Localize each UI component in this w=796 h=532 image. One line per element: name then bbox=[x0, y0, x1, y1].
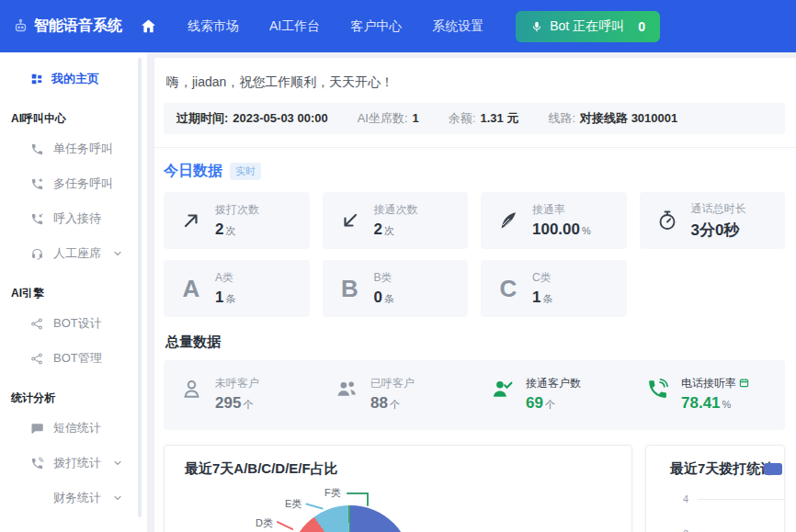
app-title: 智能语音系统 bbox=[34, 17, 122, 36]
sidebar-item-call-stats[interactable]: 拨打统计 bbox=[0, 446, 147, 481]
sidebar-item-label: 拨打统计 bbox=[53, 455, 101, 471]
stat-value: 295 bbox=[215, 394, 241, 412]
sidebar-item-single-task-call[interactable]: 单任务呼叫 bbox=[0, 131, 147, 166]
stat-answer-rate: 电话接听率 78.41% bbox=[630, 376, 785, 413]
stat-unit: 次 bbox=[225, 225, 235, 236]
account-info-bar: 过期时间:2023-05-03 00:00 AI坐席数:1 余额:1.31 元 … bbox=[164, 103, 785, 134]
y-tick-3: 3 bbox=[672, 528, 688, 532]
sidebar-item-label: BOT管理 bbox=[53, 350, 102, 367]
pie-callout-line bbox=[367, 492, 369, 506]
chevron-down-icon bbox=[112, 248, 123, 259]
sidebar-scrollbar[interactable] bbox=[138, 58, 142, 517]
grade-c-letter: C bbox=[497, 275, 519, 303]
stat-value: 100.00 bbox=[532, 221, 580, 238]
pie-callout-e: E类 bbox=[285, 497, 301, 511]
sidebar-item-label: 短信统计 bbox=[53, 420, 101, 436]
pie-callout-d: D类 bbox=[256, 516, 273, 530]
sidebar-item-inbound-reception[interactable]: 呼入接待 bbox=[0, 201, 147, 236]
sidebar-section-statistics: 统计分析 bbox=[0, 376, 147, 411]
stat-value: 0 bbox=[374, 289, 382, 306]
stat-value: 88 bbox=[370, 394, 388, 412]
stat-label: B类 bbox=[374, 270, 394, 286]
top-navbar: 智能语音系统 线索市场 AI工作台 客户中心 系统设置 Bot 正在呼叫 0 bbox=[0, 0, 796, 52]
pie-callout-f: F类 bbox=[324, 486, 341, 500]
sidebar-section-ai-engine: AI引擎 bbox=[0, 271, 147, 306]
balance-value: 1.31 元 bbox=[480, 111, 518, 125]
people-icon bbox=[335, 378, 358, 401]
stat-label: 接通客户数 bbox=[526, 376, 581, 391]
today-data-title: 今日数据 bbox=[164, 162, 222, 181]
nav-item-system-settings[interactable]: 系统设置 bbox=[432, 18, 483, 35]
sidebar-item-label: 呼入接待 bbox=[53, 210, 101, 227]
stat-card-grade-a: A A类 1条 bbox=[164, 260, 310, 317]
line-value: 对接线路 3010001 bbox=[580, 111, 677, 125]
stat-label: 未呼客户 bbox=[215, 376, 259, 391]
phone-plus-icon bbox=[30, 177, 44, 191]
total-data-card: 未呼客户 295个 已呼客户 88个 接通客户数 69个 电话接听率 78.41… bbox=[164, 360, 785, 430]
sidebar-item-finance-stats[interactable]: 财务统计 bbox=[0, 481, 147, 515]
stat-unit: % bbox=[722, 399, 732, 410]
nav-item-ai-workbench[interactable]: AI工作台 bbox=[269, 18, 320, 35]
sidebar-item-bot-manage[interactable]: BOT管理 bbox=[0, 341, 147, 376]
sidebar-item-multi-task-call[interactable]: 多任务呼叫 bbox=[0, 166, 147, 201]
stat-unit: 个 bbox=[243, 399, 253, 410]
stat-value: 2 bbox=[374, 221, 382, 238]
stat-unit: 个 bbox=[545, 399, 555, 410]
stat-card-connected-count: 接通次数 2次 bbox=[323, 192, 469, 249]
home-icon[interactable] bbox=[140, 17, 157, 35]
sidebar-item-home[interactable]: 我的主页 bbox=[0, 62, 147, 96]
sidebar-item-sms-stats[interactable]: 短信统计 bbox=[0, 411, 147, 446]
chevron-down-icon bbox=[112, 492, 123, 504]
stat-label: 电话接听率 bbox=[681, 376, 749, 391]
pie-chart-title: 最近7天A/B/C/D/E/F占比 bbox=[185, 460, 631, 478]
bot-calling-button[interactable]: Bot 正在呼叫 0 bbox=[516, 11, 660, 42]
phone-incoming-icon bbox=[30, 212, 44, 226]
pie-callout-line bbox=[305, 503, 324, 509]
sidebar-item-label: BOT设计 bbox=[53, 315, 102, 332]
stat-unit: % bbox=[582, 225, 591, 236]
message-icon bbox=[30, 422, 44, 436]
stat-label: 接通率 bbox=[532, 202, 591, 218]
stat-connected-customers: 接通客户数 69个 bbox=[474, 376, 630, 413]
ai-seats-label: AI坐席数: bbox=[358, 111, 408, 125]
microphone-icon bbox=[530, 20, 543, 33]
stat-value: 3分0秒 bbox=[691, 221, 740, 239]
stat-label: 通话总时长 bbox=[691, 201, 746, 217]
stat-value: 2 bbox=[215, 221, 223, 238]
stat-unit: 条 bbox=[384, 293, 394, 304]
pie-chart-card: 最近7天A/B/C/D/E/F占比 F类 E类 D类 A类 A类 bbox=[164, 445, 632, 532]
bot-button-label: Bot 正在呼叫 bbox=[550, 18, 624, 35]
pie-chart bbox=[289, 505, 412, 532]
stat-label: C类 bbox=[532, 270, 552, 286]
nav-item-customer-center[interactable]: 客户中心 bbox=[350, 18, 402, 35]
sidebar-item-human-agent[interactable]: 人工座席 bbox=[0, 236, 147, 271]
greeting-text: 嗨，jiadan，祝您工作顺利，天天开心！ bbox=[166, 74, 785, 91]
stat-unit: 条 bbox=[225, 293, 235, 304]
stat-card-grade-c: C C类 1条 bbox=[481, 260, 627, 317]
stat-unit: 个 bbox=[390, 399, 400, 410]
stopwatch-icon bbox=[656, 209, 678, 232]
bar-chart-card: 最近7天拨打统计 4 3 bbox=[645, 445, 785, 532]
sidebar-item-label: 多任务呼叫 bbox=[53, 175, 113, 192]
sidebar-item-label: 人工座席 bbox=[53, 245, 101, 262]
sidebar-home-label: 我的主页 bbox=[51, 71, 99, 87]
sidebar: 我的主页 AI呼叫中心 单任务呼叫 多任务呼叫 呼入接待 人工座席 AI引擎 B… bbox=[0, 52, 147, 532]
nav-item-leads[interactable]: 线索市场 bbox=[188, 18, 239, 35]
sidebar-item-label: 财务统计 bbox=[53, 490, 101, 506]
bar-legend-swatch[interactable] bbox=[764, 463, 782, 475]
pie-callout-line bbox=[277, 521, 294, 531]
arrow-down-left-icon bbox=[339, 209, 361, 232]
stat-value: 69 bbox=[526, 394, 543, 412]
stat-value: 78.41 bbox=[681, 394, 721, 412]
sidebar-item-label: 单任务呼叫 bbox=[53, 141, 113, 157]
phone-icon bbox=[30, 142, 44, 156]
sidebar-item-bot-design[interactable]: BOT设计 bbox=[0, 306, 147, 341]
ai-seats-value: 1 bbox=[413, 111, 419, 125]
phone-wave-icon bbox=[646, 378, 669, 401]
stat-card-total-duration: 通话总时长 3分0秒 bbox=[640, 192, 786, 249]
robot-logo-icon bbox=[13, 18, 28, 34]
main-content: 嗨，jiadan，祝您工作顺利，天天开心！ 过期时间:2023-05-03 00… bbox=[154, 58, 796, 532]
stat-label: 接通次数 bbox=[374, 202, 418, 218]
chevron-down-icon bbox=[112, 458, 123, 469]
section-divider bbox=[154, 147, 796, 148]
